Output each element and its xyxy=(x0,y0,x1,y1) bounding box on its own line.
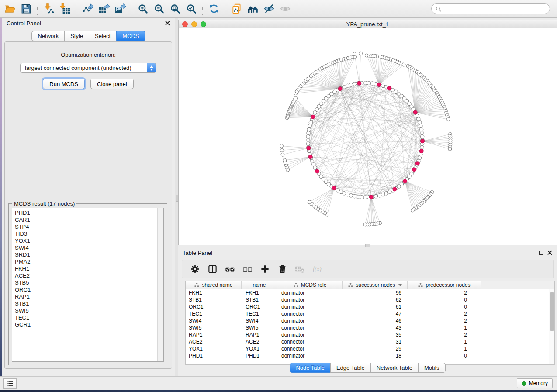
vertical-splitter[interactable] xyxy=(175,18,178,376)
show-columns-button[interactable] xyxy=(205,261,220,276)
table-row[interactable]: RAP1RAP1dominator352 xyxy=(186,331,549,338)
control-panel-tabs: NetworkStyleSelectMCDS xyxy=(31,31,145,41)
task-history-button[interactable] xyxy=(3,378,17,389)
table-scrollbar[interactable] xyxy=(549,289,554,364)
search-input[interactable] xyxy=(444,6,546,12)
show-hidden-button[interactable] xyxy=(277,1,293,16)
close-table-panel-icon[interactable] xyxy=(547,250,553,255)
network-canvas[interactable] xyxy=(178,28,557,245)
export-image-button[interactable] xyxy=(112,1,128,16)
float-panel-icon[interactable] xyxy=(157,21,161,25)
zoom-selected-button[interactable] xyxy=(183,1,199,16)
add-column-button[interactable] xyxy=(257,261,272,276)
tree-icon xyxy=(418,282,423,288)
mcds-result-item[interactable]: YOX1 xyxy=(12,237,163,244)
optimization-criterion-select[interactable]: largest connected component (undirected) xyxy=(20,63,156,73)
table-scrollbar-thumb[interactable] xyxy=(550,292,554,331)
new-network-from-selection-button[interactable] xyxy=(228,1,245,16)
tab-motifs[interactable]: Motifs xyxy=(418,363,446,373)
tab-network[interactable]: Network xyxy=(31,31,65,41)
table-cell: 2 xyxy=(408,331,481,338)
header-filler xyxy=(481,281,554,289)
mcds-result-item[interactable]: TID3 xyxy=(12,230,163,237)
tab-mcds[interactable]: MCDS xyxy=(116,31,145,41)
mcds-result-item[interactable]: STB5 xyxy=(12,279,163,286)
column-header-successor-nodes[interactable]: successor nodes xyxy=(343,281,408,289)
mcds-result-item[interactable]: FKH1 xyxy=(12,265,163,272)
memory-button[interactable]: Memory xyxy=(517,378,553,388)
tab-node-table[interactable]: Node Table xyxy=(290,363,331,373)
toolbar-separator xyxy=(225,3,225,15)
table-row[interactable]: STB1STB1dominator620 xyxy=(186,296,549,303)
float-table-panel-icon[interactable] xyxy=(539,251,543,255)
delete-column-button[interactable] xyxy=(275,261,290,276)
mcds-result-item[interactable]: CAR1 xyxy=(12,217,163,224)
import-table-button[interactable] xyxy=(57,1,73,16)
mcds-result-item[interactable]: ACE2 xyxy=(12,272,163,279)
apply-layout-button[interactable] xyxy=(206,1,222,16)
table-cell: dominator xyxy=(277,331,343,338)
mcds-result-item[interactable]: SWI5 xyxy=(12,307,163,314)
mcds-list-scrollbar[interactable] xyxy=(157,208,163,361)
column-header-MCDS-role[interactable]: MCDS role xyxy=(277,281,343,289)
zoom-fit-button[interactable] xyxy=(167,1,183,16)
table-cell: 2 xyxy=(408,289,481,296)
import-network-button[interactable] xyxy=(41,1,57,16)
column-header-shared-name[interactable]: shared name xyxy=(186,281,242,289)
mcds-result-item[interactable]: GCR1 xyxy=(12,321,163,328)
mcds-result-item[interactable]: STP4 xyxy=(12,224,163,230)
first-neighbors-button[interactable] xyxy=(245,1,261,16)
column-header-predecessor-nodes[interactable]: predecessor nodes xyxy=(408,281,481,289)
network-graph[interactable] xyxy=(179,28,557,244)
table-row[interactable]: FKH1FKH1dominator962 xyxy=(186,289,549,296)
table-cell: TEC1 xyxy=(186,310,242,317)
table-row[interactable]: ORC1ORC1dominator610 xyxy=(186,303,549,310)
table-row[interactable]: SWI4SWI4dominator462 xyxy=(186,317,549,324)
export-table-button[interactable] xyxy=(96,1,112,16)
zoom-out-button[interactable] xyxy=(151,1,167,16)
open-file-icon xyxy=(4,3,16,14)
select-all-button[interactable] xyxy=(222,261,237,276)
mcds-result-item[interactable]: SRD1 xyxy=(12,251,163,258)
new-network-from-selection-icon xyxy=(231,3,242,14)
mcds-result-item[interactable]: SWI4 xyxy=(12,244,163,251)
deselect-all-button[interactable] xyxy=(240,261,255,276)
mcds-result-item[interactable]: RAP1 xyxy=(12,293,163,300)
control-panel-title: Control Panel xyxy=(7,20,41,27)
tab-select[interactable]: Select xyxy=(89,31,117,41)
table-cell: 1 xyxy=(408,345,481,352)
table-row[interactable]: SWI5SWI5connector431 xyxy=(186,324,549,331)
table-settings-button[interactable] xyxy=(187,261,202,276)
column-header-name[interactable]: name xyxy=(242,281,277,289)
mcds-result-item[interactable]: TEC1 xyxy=(12,314,163,321)
save-session-button[interactable] xyxy=(18,1,34,16)
delete-table-button[interactable] xyxy=(292,261,307,276)
table-row[interactable]: TEC1TEC1connector472 xyxy=(186,310,549,317)
memory-status-icon xyxy=(522,381,526,386)
search-box[interactable] xyxy=(431,3,550,14)
mcds-result-item[interactable]: PHD1 xyxy=(12,210,163,217)
close-panel-button[interactable]: Close panel xyxy=(90,79,134,89)
first-neighbors-icon xyxy=(247,3,259,14)
table-row[interactable]: YOX1YOX1connector291 xyxy=(186,345,549,352)
mcds-result-item[interactable]: ORC1 xyxy=(12,286,163,293)
function-builder-button[interactable] xyxy=(310,261,325,276)
mcds-result-item[interactable]: PMA2 xyxy=(12,258,163,265)
run-mcds-button[interactable]: Run MCDS xyxy=(43,79,85,89)
zoom-in-button[interactable] xyxy=(135,1,151,16)
close-panel-icon[interactable] xyxy=(165,21,170,26)
tab-style[interactable]: Style xyxy=(64,31,89,41)
export-network-button[interactable] xyxy=(80,1,96,16)
horizontal-splitter-grip[interactable] xyxy=(365,244,370,247)
task-list-icon xyxy=(7,380,14,387)
hide-selected-button[interactable] xyxy=(261,1,277,16)
tab-network-table[interactable]: Network Table xyxy=(370,363,419,373)
mcds-result-item[interactable]: STB1 xyxy=(12,300,163,307)
table-cell: ORC1 xyxy=(186,303,242,310)
table-panel: Table Panel shared namenameMCDS rolesucc… xyxy=(178,246,557,376)
network-view-titlebar: YPA_prune.txt_1 xyxy=(178,20,557,28)
table-row[interactable]: ACE2ACE2connector311 xyxy=(186,338,549,345)
open-file-button[interactable] xyxy=(2,1,18,16)
tab-edge-table[interactable]: Edge Table xyxy=(330,363,371,373)
table-row[interactable]: PHD1PHD1dominator180 xyxy=(186,352,549,359)
